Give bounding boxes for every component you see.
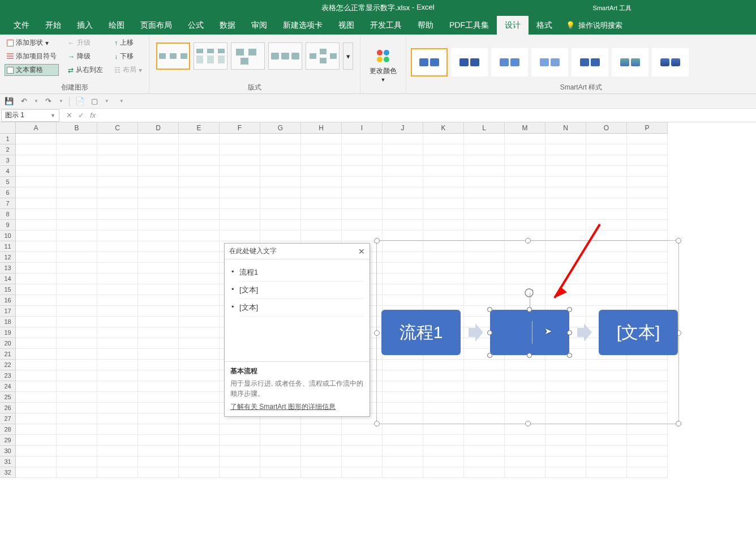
cell[interactable] — [423, 435, 464, 446]
cell[interactable] — [179, 166, 220, 177]
row-header[interactable]: 30 — [0, 446, 16, 456]
text-pane-item[interactable]: [文本] — [239, 299, 364, 317]
cell[interactable] — [260, 220, 301, 231]
cell[interactable] — [586, 144, 627, 155]
cell[interactable] — [179, 241, 220, 252]
cell[interactable] — [97, 317, 138, 327]
cell[interactable] — [138, 403, 179, 413]
column-header[interactable]: J — [383, 122, 423, 134]
row-header[interactable]: 2 — [0, 144, 16, 155]
cell[interactable] — [57, 209, 97, 220]
tell-me-search[interactable]: 💡 操作说明搜索 — [566, 20, 622, 31]
tab-custom[interactable]: 新建选项卡 — [275, 16, 330, 35]
tab-insert[interactable]: 插入 — [69, 16, 101, 35]
promote-button[interactable]: ←升级 — [66, 37, 105, 49]
cell[interactable] — [97, 370, 138, 381]
cell[interactable] — [505, 424, 545, 435]
text-pane-close-button[interactable]: ✕ — [358, 247, 365, 256]
cell[interactable] — [97, 231, 138, 241]
cell[interactable] — [586, 166, 627, 177]
cell[interactable] — [57, 435, 97, 446]
cell[interactable] — [138, 381, 179, 392]
cell[interactable] — [220, 435, 260, 446]
cell[interactable] — [16, 392, 57, 403]
column-header[interactable]: D — [138, 122, 179, 134]
cell[interactable] — [464, 155, 505, 166]
row-header[interactable]: 24 — [0, 381, 16, 392]
cell[interactable] — [383, 446, 423, 456]
cell[interactable] — [301, 435, 342, 446]
cell[interactable] — [627, 446, 668, 456]
cell[interactable] — [97, 134, 138, 144]
cell[interactable] — [138, 166, 179, 177]
cell[interactable] — [97, 295, 138, 306]
cell[interactable] — [179, 392, 220, 403]
cell[interactable] — [138, 435, 179, 446]
cell[interactable] — [627, 198, 668, 209]
cell[interactable] — [138, 187, 179, 198]
style-thumb-4[interactable] — [531, 48, 568, 76]
layout-thumb-3[interactable] — [231, 42, 265, 70]
cell[interactable] — [301, 134, 342, 144]
row-header[interactable]: 20 — [0, 338, 16, 349]
cell[interactable] — [57, 284, 97, 295]
cell[interactable] — [627, 155, 668, 166]
cell[interactable] — [16, 381, 57, 392]
cell[interactable] — [97, 241, 138, 252]
cell[interactable] — [505, 220, 545, 231]
cell[interactable] — [627, 435, 668, 446]
cell[interactable] — [97, 252, 138, 263]
cell[interactable] — [138, 456, 179, 467]
cell[interactable] — [260, 209, 301, 220]
style-thumb-3[interactable] — [491, 48, 528, 76]
cell[interactable] — [505, 144, 545, 155]
cell[interactable] — [220, 231, 260, 241]
cell[interactable] — [342, 166, 383, 177]
cell[interactable] — [545, 424, 586, 435]
tab-format[interactable]: 格式 — [529, 16, 560, 35]
cell[interactable] — [423, 155, 464, 166]
cell[interactable] — [16, 424, 57, 435]
cell[interactable] — [138, 144, 179, 155]
cell[interactable] — [464, 144, 505, 155]
cell[interactable] — [57, 392, 97, 403]
cell[interactable] — [383, 166, 423, 177]
cell[interactable] — [586, 187, 627, 198]
column-header[interactable]: L — [464, 122, 505, 134]
row-header[interactable]: 25 — [0, 392, 16, 403]
cell[interactable] — [16, 166, 57, 177]
cell[interactable] — [179, 155, 220, 166]
cell[interactable] — [16, 209, 57, 220]
cell[interactable] — [138, 413, 179, 424]
cell[interactable] — [138, 220, 179, 231]
cell[interactable] — [383, 198, 423, 209]
cell[interactable] — [179, 381, 220, 392]
cell[interactable] — [179, 220, 220, 231]
cell[interactable] — [464, 134, 505, 144]
cell[interactable] — [16, 155, 57, 166]
cell[interactable] — [97, 198, 138, 209]
cell[interactable] — [179, 209, 220, 220]
style-thumb-6[interactable] — [612, 48, 648, 76]
tab-developer[interactable]: 开发工具 — [362, 16, 410, 35]
redo-button[interactable]: ↷ — [44, 97, 53, 106]
qat-btn-1[interactable]: 📄 — [75, 97, 84, 106]
cell[interactable] — [16, 446, 57, 456]
row-header[interactable]: 21 — [0, 349, 16, 360]
row-header[interactable]: 32 — [0, 467, 16, 478]
cell[interactable] — [179, 360, 220, 370]
cell[interactable] — [57, 327, 97, 338]
cell[interactable] — [260, 456, 301, 467]
cell[interactable] — [464, 198, 505, 209]
formula-input[interactable] — [101, 109, 756, 122]
cell[interactable] — [16, 467, 57, 478]
cell[interactable] — [301, 177, 342, 187]
cell[interactable] — [423, 187, 464, 198]
cell[interactable] — [138, 295, 179, 306]
cell[interactable] — [138, 317, 179, 327]
cell[interactable] — [97, 306, 138, 317]
row-header[interactable]: 15 — [0, 284, 16, 295]
tab-formulas[interactable]: 公式 — [180, 16, 212, 35]
row-header[interactable]: 27 — [0, 413, 16, 424]
text-pane-button[interactable]: 文本窗格 — [5, 64, 59, 76]
